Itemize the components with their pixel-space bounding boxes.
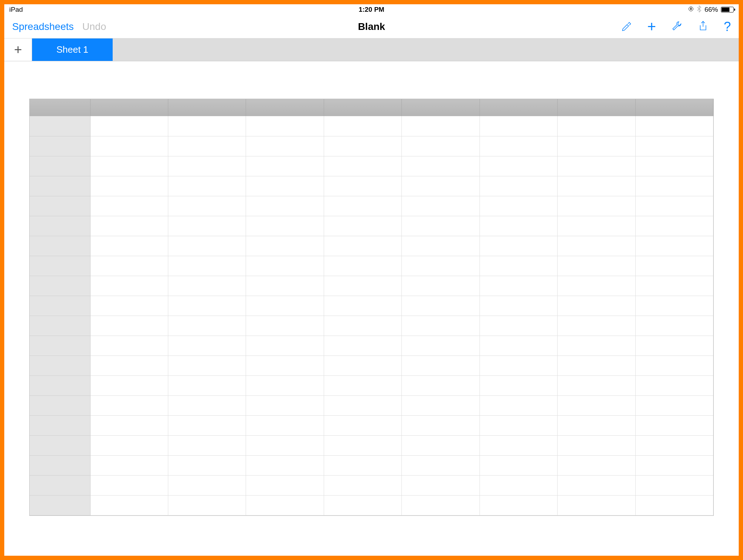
cell[interactable]: [402, 156, 480, 176]
cell[interactable]: [402, 136, 480, 156]
cell[interactable]: [324, 375, 401, 395]
cell[interactable]: [635, 375, 713, 395]
cell[interactable]: [635, 216, 713, 236]
cell[interactable]: [402, 196, 480, 216]
cell[interactable]: [168, 296, 246, 316]
back-button[interactable]: Spreadsheets: [12, 21, 74, 32]
cell[interactable]: [168, 316, 246, 336]
cell[interactable]: [635, 455, 713, 475]
column-header[interactable]: [30, 99, 90, 116]
cell[interactable]: [402, 455, 480, 475]
column-header[interactable]: [324, 99, 401, 116]
cell[interactable]: [90, 116, 168, 136]
column-header[interactable]: [480, 99, 557, 116]
cell[interactable]: [168, 395, 246, 415]
cell[interactable]: [168, 276, 246, 296]
cell[interactable]: [246, 176, 324, 196]
cell[interactable]: [246, 455, 324, 475]
cell[interactable]: [168, 136, 246, 156]
row-header[interactable]: [30, 475, 90, 495]
cell[interactable]: [558, 435, 635, 455]
cell[interactable]: [90, 336, 168, 356]
cell[interactable]: [246, 435, 324, 455]
cell[interactable]: [480, 475, 557, 495]
cell[interactable]: [635, 296, 713, 316]
cell[interactable]: [168, 375, 246, 395]
cell[interactable]: [90, 356, 168, 375]
cell[interactable]: [402, 356, 480, 375]
cell[interactable]: [558, 116, 635, 136]
cell[interactable]: [480, 336, 557, 356]
cell[interactable]: [168, 455, 246, 475]
cell[interactable]: [324, 475, 401, 495]
cell[interactable]: [480, 435, 557, 455]
row-header[interactable]: [30, 116, 90, 136]
cell[interactable]: [90, 136, 168, 156]
cell[interactable]: [168, 216, 246, 236]
cell[interactable]: [324, 216, 401, 236]
cell[interactable]: [168, 196, 246, 216]
cell[interactable]: [558, 415, 635, 435]
spreadsheet-grid[interactable]: [29, 99, 714, 516]
cell[interactable]: [324, 495, 401, 515]
cell[interactable]: [246, 116, 324, 136]
row-header[interactable]: [30, 415, 90, 435]
cell[interactable]: [480, 356, 557, 375]
cell[interactable]: [168, 495, 246, 515]
cell[interactable]: [480, 216, 557, 236]
cell[interactable]: [558, 495, 635, 515]
cell[interactable]: [558, 136, 635, 156]
cell[interactable]: [480, 296, 557, 316]
cell[interactable]: [558, 395, 635, 415]
cell[interactable]: [402, 375, 480, 395]
add-icon[interactable]: +: [647, 19, 656, 34]
cell[interactable]: [168, 475, 246, 495]
cell[interactable]: [558, 276, 635, 296]
cell[interactable]: [246, 296, 324, 316]
cell[interactable]: [402, 276, 480, 296]
cell[interactable]: [246, 216, 324, 236]
cell[interactable]: [558, 176, 635, 196]
cell[interactable]: [558, 356, 635, 375]
cell[interactable]: [246, 136, 324, 156]
cell[interactable]: [558, 236, 635, 256]
column-header[interactable]: [635, 99, 713, 116]
cell[interactable]: [635, 196, 713, 216]
cell[interactable]: [246, 475, 324, 495]
cell[interactable]: [90, 216, 168, 236]
cell[interactable]: [402, 495, 480, 515]
column-header[interactable]: [90, 99, 168, 116]
row-header[interactable]: [30, 216, 90, 236]
cell[interactable]: [90, 176, 168, 196]
cell[interactable]: [635, 415, 713, 435]
row-header[interactable]: [30, 256, 90, 276]
cell[interactable]: [635, 336, 713, 356]
cell[interactable]: [558, 316, 635, 336]
cell[interactable]: [480, 136, 557, 156]
row-header[interactable]: [30, 316, 90, 336]
cell[interactable]: [324, 156, 401, 176]
cell[interactable]: [402, 176, 480, 196]
cell[interactable]: [635, 136, 713, 156]
cell[interactable]: [324, 455, 401, 475]
cell[interactable]: [324, 116, 401, 136]
cell[interactable]: [90, 435, 168, 455]
cell[interactable]: [635, 395, 713, 415]
cell[interactable]: [168, 116, 246, 136]
cell[interactable]: [246, 375, 324, 395]
add-sheet-button[interactable]: +: [4, 38, 32, 61]
help-icon[interactable]: ?: [724, 19, 731, 34]
cell[interactable]: [90, 256, 168, 276]
cell[interactable]: [480, 395, 557, 415]
cell[interactable]: [558, 156, 635, 176]
cell[interactable]: [635, 435, 713, 455]
cell[interactable]: [635, 176, 713, 196]
row-header[interactable]: [30, 375, 90, 395]
cell[interactable]: [558, 336, 635, 356]
cell[interactable]: [480, 276, 557, 296]
column-header[interactable]: [558, 99, 635, 116]
format-brush-icon[interactable]: [621, 20, 632, 33]
cell[interactable]: [90, 395, 168, 415]
cell[interactable]: [480, 156, 557, 176]
undo-button[interactable]: Undo: [82, 21, 106, 32]
